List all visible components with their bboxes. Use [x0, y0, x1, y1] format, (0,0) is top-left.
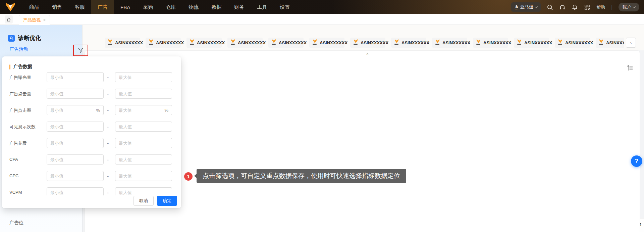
- tab-product-perspective[interactable]: 产品透视 ×: [19, 15, 50, 25]
- metric-filter-row: CPA -: [2, 154, 181, 165]
- min-input-box: [47, 171, 104, 181]
- marketplace-selector[interactable]: a 亚马逊: [511, 2, 541, 12]
- diagnose-icon: [8, 35, 15, 42]
- asin-chip[interactable]: ASINXXXXXX: [105, 38, 140, 48]
- home-icon: [6, 17, 11, 22]
- notifications-bell-icon[interactable]: [572, 4, 578, 10]
- metric-label: 广告点击率: [9, 107, 31, 113]
- nav-item-finance[interactable]: 财务: [228, 0, 251, 14]
- nav-item-tools[interactable]: 工具: [251, 0, 273, 14]
- asin-chip[interactable]: ASINXXXXXX: [391, 38, 426, 48]
- panel-rows: 广告曝光量 - 广告点击量 - 广告点击率 % - % 可见展示次数 -: [2, 71, 181, 195]
- sidebar-item-placement[interactable]: 广告位: [9, 220, 23, 226]
- asin-chip[interactable]: ASINXXXXXX: [268, 38, 304, 48]
- asin-chip-label: ASINXXXXXX: [238, 40, 266, 45]
- metric-label: VCPM: [9, 190, 22, 195]
- funnel-highlight-box: [73, 45, 88, 56]
- max-input[interactable]: [119, 91, 168, 96]
- nav-item-purchase[interactable]: 采购: [137, 0, 159, 14]
- confirm-button[interactable]: 确定: [157, 196, 177, 206]
- max-input-box: [115, 154, 172, 165]
- range-dash: -: [107, 140, 109, 146]
- metric-label: CPC: [9, 173, 18, 178]
- min-input[interactable]: [50, 174, 100, 179]
- asin-chip[interactable]: ASINXXXXXX: [555, 38, 590, 48]
- sidebar-title: 诊断优化: [8, 34, 41, 42]
- min-input-box: [47, 187, 104, 195]
- product-thumb-icon: [271, 39, 276, 46]
- metric-filter-row: 可见展示次数 -: [2, 122, 181, 132]
- min-input-box: [47, 154, 104, 165]
- chips-scroll-right-button[interactable]: ›: [626, 38, 636, 48]
- asin-chip[interactable]: ASINXXXXXX: [350, 38, 385, 48]
- headset-icon[interactable]: [559, 4, 566, 10]
- product-thumb-icon: [476, 39, 481, 46]
- product-thumb-icon: [557, 39, 563, 46]
- asin-chip-label: ASINXXXXXX: [279, 40, 307, 45]
- max-input[interactable]: [119, 75, 168, 80]
- metric-filter-row: 广告点击率 % - %: [2, 105, 181, 115]
- min-input-box: [47, 122, 104, 132]
- min-input-box: [47, 138, 104, 148]
- nav-item-fba[interactable]: FBA: [114, 0, 137, 14]
- asin-chip[interactable]: ASINXXXXXX: [146, 38, 181, 48]
- min-input[interactable]: [50, 108, 96, 113]
- min-input[interactable]: [50, 75, 100, 80]
- nav-item-ads[interactable]: 广告: [91, 0, 114, 14]
- nav-item-products[interactable]: 商品: [23, 0, 46, 14]
- help-link[interactable]: 帮助: [596, 4, 605, 10]
- nav-item-sales[interactable]: 销售: [46, 0, 68, 14]
- asin-chip[interactable]: ASINXXXXXX: [432, 38, 467, 48]
- asin-chip[interactable]: ASINXXXXXX: [227, 38, 263, 48]
- nav-item-service[interactable]: 客服: [68, 0, 91, 14]
- asin-chip-label: ASINXXXXXX: [361, 40, 388, 45]
- collapse-card-icon[interactable]: ∧: [366, 51, 369, 56]
- metric-label: 可见展示次数: [9, 124, 36, 130]
- max-input[interactable]: [119, 174, 168, 179]
- floating-help-button[interactable]: ?: [631, 155, 642, 167]
- asin-chip[interactable]: ASINXXXXXX: [473, 38, 508, 48]
- product-thumb-icon: [312, 39, 317, 46]
- asin-chip-label: ASINXXXXXX: [156, 40, 184, 45]
- min-input[interactable]: [50, 190, 100, 195]
- tab-bar: 产品透视 ×: [0, 14, 644, 25]
- column-config-icon[interactable]: [627, 65, 633, 71]
- product-thumb-icon: [517, 39, 522, 46]
- min-input[interactable]: [50, 91, 100, 96]
- max-input[interactable]: [119, 157, 168, 162]
- account-menu[interactable]: 账户: [619, 3, 639, 11]
- range-dash: -: [107, 173, 109, 179]
- asin-chip[interactable]: ASINXXXXXX: [309, 38, 344, 48]
- apps-grid-icon[interactable]: [584, 4, 590, 10]
- search-icon[interactable]: [547, 4, 553, 10]
- asin-chip-label: ASINXXXXXX: [197, 40, 225, 45]
- product-thumb-icon: [435, 39, 440, 46]
- nav-item-logistics[interactable]: 物流: [182, 0, 205, 14]
- max-input[interactable]: [119, 141, 168, 146]
- max-input[interactable]: [119, 190, 168, 195]
- max-input-box: %: [115, 105, 172, 115]
- account-label: 账户: [623, 4, 631, 10]
- max-input[interactable]: [119, 108, 164, 113]
- nav-item-data[interactable]: 数据: [205, 0, 228, 14]
- cancel-button[interactable]: 取消: [133, 196, 154, 206]
- nav-item-settings[interactable]: 设置: [273, 0, 296, 14]
- app-root: 商品 销售 客服 广告 FBA 采购 仓库 物流 数据 财务 工具 设置 a 亚…: [0, 0, 644, 232]
- asin-chip[interactable]: ASINXXXXXX: [596, 38, 624, 48]
- product-thumb-icon: [230, 39, 235, 46]
- home-tab-button[interactable]: [5, 15, 13, 24]
- min-input[interactable]: [50, 141, 100, 146]
- nav-item-warehouse[interactable]: 仓库: [159, 0, 182, 14]
- close-tab-icon[interactable]: ×: [43, 18, 46, 22]
- min-input[interactable]: [50, 157, 100, 162]
- filter-funnel-icon[interactable]: [78, 47, 84, 53]
- sidebar-item-campaign[interactable]: 广告活动: [9, 46, 28, 52]
- metric-label: 广告花费: [9, 140, 27, 146]
- min-input-box: %: [47, 105, 104, 115]
- max-input[interactable]: [119, 124, 168, 129]
- range-dash: -: [107, 124, 109, 130]
- marketplace-label: 亚马逊: [520, 4, 533, 10]
- asin-chip[interactable]: ASINXXXXXX: [514, 38, 549, 48]
- asin-chip[interactable]: ASINXXXXXX: [186, 38, 222, 48]
- min-input[interactable]: [50, 124, 100, 129]
